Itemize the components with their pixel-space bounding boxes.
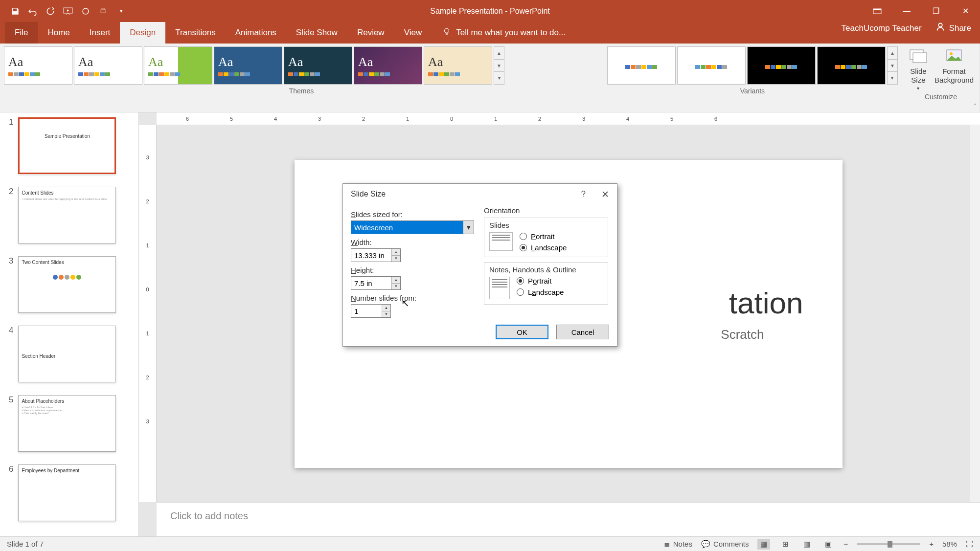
- tab-animations[interactable]: Animations: [226, 22, 286, 44]
- notes-portrait-radio[interactable]: Portrait: [517, 277, 564, 285]
- format-background-button[interactable]: Format Background: [934, 45, 974, 91]
- theme-5[interactable]: Aa: [284, 46, 352, 85]
- svg-rect-3: [102, 8, 105, 10]
- start-slideshow-icon[interactable]: [63, 6, 73, 17]
- notes-pane[interactable]: Click to add notes: [157, 502, 980, 536]
- slide-thumb-6[interactable]: Employees by Department: [18, 464, 116, 521]
- number-from-spinner[interactable]: 1 ▲▼: [351, 304, 391, 318]
- spinner-up-icon[interactable]: ▲: [392, 277, 400, 284]
- width-spinner[interactable]: 13.333 in ▲▼: [351, 248, 401, 262]
- scroll-up-icon[interactable]: ▲: [494, 47, 504, 60]
- variant-1[interactable]: [607, 46, 676, 85]
- save-icon[interactable]: [10, 6, 21, 17]
- theme-7[interactable]: Aa: [424, 46, 492, 85]
- lightbulb-icon: [442, 27, 451, 39]
- zoom-out-button[interactable]: −: [843, 540, 848, 548]
- tab-home[interactable]: Home: [38, 22, 79, 44]
- cancel-button[interactable]: Cancel: [556, 325, 609, 339]
- qat-customize-icon[interactable]: ▾: [115, 8, 127, 14]
- comments-button[interactable]: 💬Comments: [701, 540, 749, 549]
- share-button[interactable]: Share: [935, 22, 971, 34]
- tab-review[interactable]: Review: [347, 22, 394, 44]
- normal-view-icon[interactable]: ▦: [757, 539, 770, 550]
- format-background-icon: [944, 45, 964, 66]
- dialog-close-icon[interactable]: ✕: [601, 189, 609, 200]
- theme-office[interactable]: Aa: [4, 46, 72, 85]
- variant-2[interactable]: [677, 46, 746, 85]
- close-icon[interactable]: ✕: [951, 0, 980, 22]
- theme-4[interactable]: Aa: [214, 46, 282, 85]
- tab-transitions[interactable]: Transitions: [165, 22, 226, 44]
- variant-3[interactable]: [747, 46, 816, 85]
- spinner-up-icon[interactable]: ▲: [392, 249, 400, 256]
- slide-thumb-3[interactable]: Two Content Slides: [18, 256, 116, 313]
- slideshow-view-icon[interactable]: ▣: [822, 539, 835, 550]
- height-spinner[interactable]: 7.5 in ▲▼: [351, 276, 401, 290]
- themes-more-button[interactable]: ▲▼▾: [494, 46, 504, 85]
- quick-access-toolbar: ▾: [0, 6, 127, 17]
- slide-number: 1: [9, 117, 13, 174]
- expand-icon[interactable]: ▾: [888, 72, 897, 84]
- user-name[interactable]: TeachUcomp Teacher: [842, 23, 922, 33]
- minimize-icon[interactable]: —: [892, 0, 921, 22]
- slide-thumb-5[interactable]: About Placeholders• Useful for further i…: [18, 395, 116, 452]
- theme-3[interactable]: Aa: [144, 46, 212, 85]
- collapse-ribbon-icon[interactable]: ˄: [974, 103, 977, 110]
- variant-4[interactable]: [817, 46, 886, 85]
- theme-2[interactable]: Aa: [74, 46, 142, 85]
- print-icon[interactable]: [98, 6, 109, 17]
- themes-gallery: Aa Aa Aa Aa Aa Aa Aa ▲▼▾: [3, 45, 600, 86]
- scroll-down-icon[interactable]: ▼: [888, 60, 897, 72]
- scroll-up-icon[interactable]: ▲: [888, 47, 897, 60]
- chevron-down-icon: ▾: [917, 86, 919, 91]
- zoom-level[interactable]: 58%: [942, 540, 957, 548]
- customize-group: Slide Size ▾ Format Background Customize: [902, 44, 980, 112]
- chevron-down-icon[interactable]: ▾: [463, 221, 474, 234]
- height-label: Height:: [351, 266, 477, 274]
- notes-landscape-radio[interactable]: Landscape: [517, 288, 564, 296]
- fit-window-icon[interactable]: ⛶: [966, 540, 973, 548]
- scroll-down-icon[interactable]: ▼: [494, 60, 504, 72]
- redo-icon[interactable]: [45, 6, 56, 17]
- svg-rect-9: [913, 53, 927, 63]
- dialog-help-icon[interactable]: ?: [581, 189, 586, 199]
- variants-gallery: ▲▼▾: [606, 45, 899, 86]
- dialog-titlebar[interactable]: Slide Size ? ✕: [343, 184, 617, 204]
- sorter-view-icon[interactable]: ⊞: [779, 539, 792, 550]
- variants-more-button[interactable]: ▲▼▾: [887, 46, 898, 85]
- ribbon-options-icon[interactable]: [863, 0, 892, 22]
- page-portrait-icon: [489, 277, 510, 299]
- spinner-down-icon[interactable]: ▼: [392, 256, 400, 262]
- slides-landscape-radio[interactable]: Landscape: [520, 243, 567, 252]
- tab-view[interactable]: View: [394, 22, 432, 44]
- notes-button[interactable]: ≣Notes: [664, 540, 692, 549]
- undo-icon[interactable]: [27, 6, 38, 17]
- zoom-in-button[interactable]: +: [929, 540, 934, 548]
- ok-button[interactable]: OK: [496, 325, 548, 339]
- slide-thumb-4[interactable]: Section Header: [18, 326, 116, 382]
- zoom-handle[interactable]: [888, 541, 892, 548]
- spinner-up-icon[interactable]: ▲: [382, 305, 390, 311]
- theme-6[interactable]: Aa: [354, 46, 422, 85]
- slide-size-button[interactable]: Slide Size ▾: [908, 45, 929, 91]
- tab-design[interactable]: Design: [120, 22, 165, 44]
- tab-insert[interactable]: Insert: [80, 22, 120, 44]
- spinner-down-icon[interactable]: ▼: [392, 284, 400, 290]
- orientation-label: Orientation: [484, 206, 608, 215]
- spinner-down-icon[interactable]: ▼: [382, 311, 390, 318]
- tellme-search[interactable]: Tell me what you want to do...: [432, 22, 566, 44]
- slide-thumb-2[interactable]: Content Slides• Content slides are used …: [18, 187, 116, 243]
- zoom-slider[interactable]: [857, 543, 920, 545]
- touch-mode-icon[interactable]: [80, 6, 91, 17]
- slide-thumb-1[interactable]: Sample Presentation: [18, 117, 116, 174]
- vertical-scrollbar[interactable]: [970, 125, 980, 502]
- statusbar: Slide 1 of 7 ≣Notes 💬Comments ▦ ⊞ ▥ ▣ − …: [0, 536, 980, 551]
- svg-point-1: [83, 8, 89, 14]
- tab-slideshow[interactable]: Slide Show: [286, 22, 347, 44]
- reading-view-icon[interactable]: ▥: [800, 539, 813, 550]
- tab-file[interactable]: File: [5, 22, 38, 44]
- sized-for-dropdown[interactable]: Widescreen ▾: [351, 220, 474, 234]
- slides-portrait-radio[interactable]: Portrait: [520, 232, 567, 241]
- expand-icon[interactable]: ▾: [494, 72, 504, 84]
- maximize-icon[interactable]: ❐: [921, 0, 951, 22]
